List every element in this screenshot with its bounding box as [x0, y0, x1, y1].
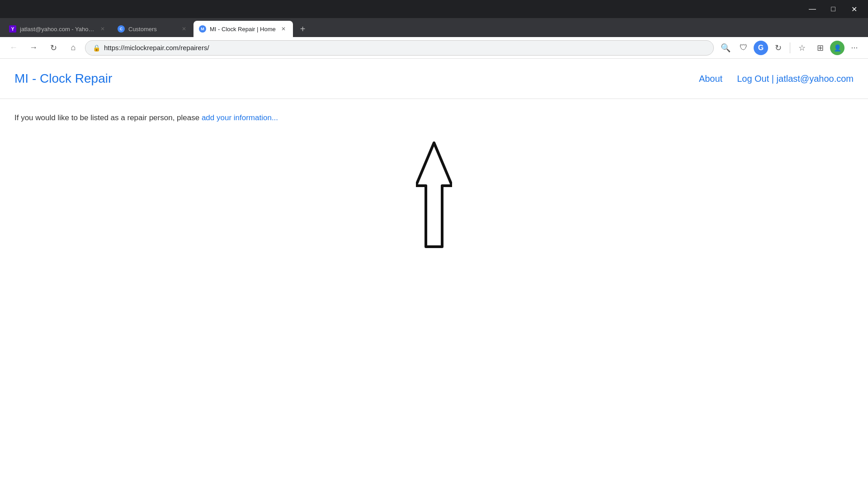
divider — [790, 42, 790, 53]
nav-right-controls: 🔍 🛡 G ↻ ☆ ⊞ 👤 ··· — [717, 40, 863, 56]
title-bar: — □ ✕ — [0, 0, 868, 18]
up-arrow-icon — [416, 141, 452, 249]
window-controls: — □ ✕ — [802, 2, 864, 16]
bookmarks-button[interactable]: ☆ — [794, 40, 810, 56]
tab-customers[interactable]: C Customers ✕ — [112, 21, 193, 37]
menu-button[interactable]: ··· — [846, 40, 863, 56]
site-title[interactable]: MI - Clock Repair — [14, 71, 112, 86]
miclockrepair-favicon: M — [199, 25, 206, 33]
collections-button[interactable]: ⊞ — [812, 40, 828, 56]
tab-miclockrepair-label: MI - Clock Repair | Home — [210, 26, 276, 33]
minimize-button[interactable]: — — [802, 2, 823, 16]
google-account-icon[interactable]: G — [754, 41, 768, 55]
address-text: https://miclockrepair.com/repairers/ — [104, 44, 209, 52]
sync-button[interactable]: ↻ — [770, 40, 786, 56]
add-information-link[interactable]: add your information... — [202, 113, 278, 122]
forward-button[interactable]: → — [25, 40, 42, 56]
arrow-container — [14, 141, 854, 249]
extensions-button[interactable]: 🛡 — [736, 40, 752, 56]
tab-yahoo-label: jatlast@yahoo.com - Yahoo Mail — [20, 26, 95, 33]
home-button[interactable]: ⌂ — [65, 40, 81, 56]
yahoo-favicon: Y — [9, 25, 16, 33]
lock-icon: 🔒 — [93, 44, 100, 52]
tab-yahoo-close[interactable]: ✕ — [99, 25, 107, 33]
search-button[interactable]: 🔍 — [717, 40, 734, 56]
site-header: MI - Clock Repair About Log Out | jatlas… — [0, 59, 868, 99]
address-bar[interactable]: 🔒 https://miclockrepair.com/repairers/ — [85, 40, 714, 56]
tab-yahoo-mail[interactable]: Y jatlast@yahoo.com - Yahoo Mail ✕ — [4, 21, 112, 37]
about-link[interactable]: About — [699, 74, 722, 84]
site-nav: About Log Out | jatlast@yahoo.com — [699, 74, 854, 84]
new-tab-button[interactable]: + — [295, 21, 311, 37]
profile-avatar[interactable]: 👤 — [830, 41, 844, 55]
close-button[interactable]: ✕ — [844, 2, 864, 16]
tab-miclockrepair-close[interactable]: ✕ — [279, 25, 288, 33]
tab-bar: Y jatlast@yahoo.com - Yahoo Mail ✕ C Cus… — [0, 18, 868, 37]
nav-bar: ← → ↻ ⌂ 🔒 https://miclockrepair.com/repa… — [0, 37, 868, 59]
svg-marker-0 — [416, 143, 452, 247]
tab-miclockrepair[interactable]: M MI - Clock Repair | Home ✕ — [193, 21, 293, 37]
tab-customers-label: Customers — [128, 26, 176, 33]
website-content: MI - Clock Repair About Log Out | jatlas… — [0, 59, 868, 488]
customers-favicon: C — [118, 25, 125, 33]
refresh-button[interactable]: ↻ — [45, 40, 61, 56]
tab-customers-close[interactable]: ✕ — [180, 25, 188, 33]
back-button[interactable]: ← — [5, 40, 22, 56]
maximize-button[interactable]: □ — [823, 2, 844, 16]
logout-link[interactable]: Log Out | jatlast@yahoo.com — [737, 74, 854, 84]
info-text-static: If you would like to be listed as a repa… — [14, 113, 202, 122]
info-paragraph: If you would like to be listed as a repa… — [14, 113, 854, 122]
browser-chrome: — □ ✕ Y jatlast@yahoo.com - Yahoo Mail ✕… — [0, 0, 868, 59]
site-body: If you would like to be listed as a repa… — [0, 99, 868, 263]
